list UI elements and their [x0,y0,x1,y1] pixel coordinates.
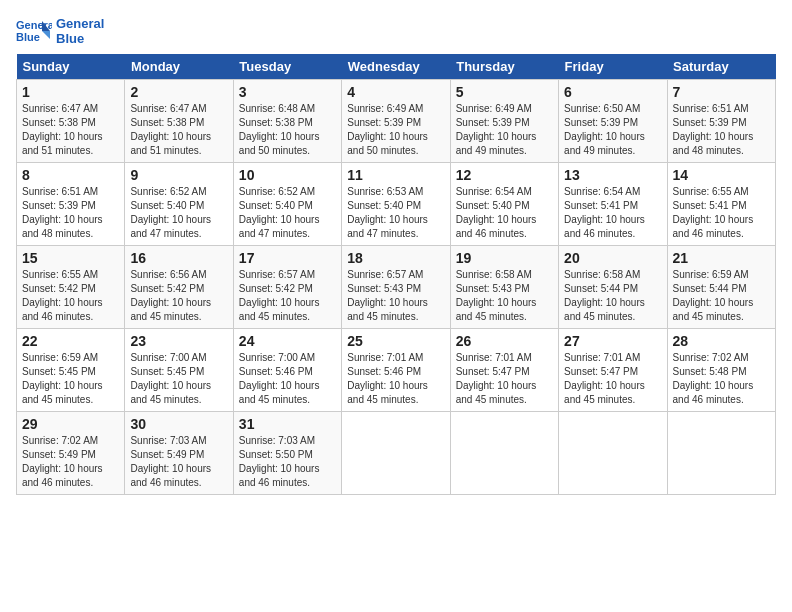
daylight-label: Daylight: 10 hours [347,380,428,391]
sunset-label: Sunset: 5:45 PM [22,366,96,377]
calendar-cell: 7 Sunrise: 6:51 AM Sunset: 5:39 PM Dayli… [667,80,775,163]
sunrise-label: Sunrise: 7:01 AM [347,352,423,363]
daylight-minutes: and 46 minutes. [564,228,635,239]
daylight-minutes: and 50 minutes. [347,145,418,156]
day-info: Sunrise: 6:57 AM Sunset: 5:42 PM Dayligh… [239,268,336,324]
daylight-label: Daylight: 10 hours [239,297,320,308]
day-info: Sunrise: 6:47 AM Sunset: 5:38 PM Dayligh… [130,102,227,158]
sunrise-label: Sunrise: 7:00 AM [130,352,206,363]
sunrise-label: Sunrise: 6:56 AM [130,269,206,280]
calendar-cell: 23 Sunrise: 7:00 AM Sunset: 5:45 PM Dayl… [125,329,233,412]
weekday-header: Monday [125,54,233,80]
calendar-cell: 21 Sunrise: 6:59 AM Sunset: 5:44 PM Dayl… [667,246,775,329]
day-info: Sunrise: 7:02 AM Sunset: 5:48 PM Dayligh… [673,351,770,407]
calendar-week-row: 22 Sunrise: 6:59 AM Sunset: 5:45 PM Dayl… [17,329,776,412]
day-info: Sunrise: 7:01 AM Sunset: 5:46 PM Dayligh… [347,351,444,407]
sunset-label: Sunset: 5:48 PM [673,366,747,377]
daylight-label: Daylight: 10 hours [130,380,211,391]
calendar-cell: 19 Sunrise: 6:58 AM Sunset: 5:43 PM Dayl… [450,246,558,329]
sunset-label: Sunset: 5:40 PM [347,200,421,211]
daylight-minutes: and 49 minutes. [456,145,527,156]
daylight-label: Daylight: 10 hours [347,297,428,308]
sunset-label: Sunset: 5:46 PM [239,366,313,377]
day-info: Sunrise: 6:52 AM Sunset: 5:40 PM Dayligh… [130,185,227,241]
day-number: 1 [22,84,119,100]
calendar-cell: 16 Sunrise: 6:56 AM Sunset: 5:42 PM Dayl… [125,246,233,329]
daylight-minutes: and 45 minutes. [347,311,418,322]
daylight-minutes: and 48 minutes. [673,145,744,156]
day-number: 25 [347,333,444,349]
weekday-header: Wednesday [342,54,450,80]
day-info: Sunrise: 7:03 AM Sunset: 5:49 PM Dayligh… [130,434,227,490]
day-number: 7 [673,84,770,100]
sunset-label: Sunset: 5:49 PM [130,449,204,460]
svg-marker-3 [42,31,50,39]
sunset-label: Sunset: 5:43 PM [347,283,421,294]
daylight-label: Daylight: 10 hours [564,131,645,142]
sunrise-label: Sunrise: 6:50 AM [564,103,640,114]
daylight-minutes: and 45 minutes. [456,394,527,405]
sunset-label: Sunset: 5:39 PM [564,117,638,128]
sunset-label: Sunset: 5:39 PM [22,200,96,211]
day-info: Sunrise: 6:55 AM Sunset: 5:41 PM Dayligh… [673,185,770,241]
calendar-cell [667,412,775,495]
daylight-minutes: and 51 minutes. [22,145,93,156]
calendar-week-row: 29 Sunrise: 7:02 AM Sunset: 5:49 PM Dayl… [17,412,776,495]
calendar-cell: 12 Sunrise: 6:54 AM Sunset: 5:40 PM Dayl… [450,163,558,246]
daylight-label: Daylight: 10 hours [456,214,537,225]
day-info: Sunrise: 6:56 AM Sunset: 5:42 PM Dayligh… [130,268,227,324]
day-info: Sunrise: 6:53 AM Sunset: 5:40 PM Dayligh… [347,185,444,241]
sunrise-label: Sunrise: 6:59 AM [673,269,749,280]
sunset-label: Sunset: 5:45 PM [130,366,204,377]
calendar-cell: 15 Sunrise: 6:55 AM Sunset: 5:42 PM Dayl… [17,246,125,329]
daylight-label: Daylight: 10 hours [130,214,211,225]
sunrise-label: Sunrise: 6:51 AM [22,186,98,197]
day-info: Sunrise: 6:48 AM Sunset: 5:38 PM Dayligh… [239,102,336,158]
page-header: General Blue GeneralBlue [16,16,776,46]
sunset-label: Sunset: 5:39 PM [673,117,747,128]
day-info: Sunrise: 6:57 AM Sunset: 5:43 PM Dayligh… [347,268,444,324]
day-number: 6 [564,84,661,100]
daylight-minutes: and 47 minutes. [130,228,201,239]
sunset-label: Sunset: 5:46 PM [347,366,421,377]
sunrise-label: Sunrise: 6:58 AM [456,269,532,280]
sunset-label: Sunset: 5:41 PM [673,200,747,211]
day-info: Sunrise: 6:54 AM Sunset: 5:40 PM Dayligh… [456,185,553,241]
day-info: Sunrise: 6:51 AM Sunset: 5:39 PM Dayligh… [22,185,119,241]
day-info: Sunrise: 6:47 AM Sunset: 5:38 PM Dayligh… [22,102,119,158]
day-number: 28 [673,333,770,349]
sunrise-label: Sunrise: 6:57 AM [347,269,423,280]
daylight-label: Daylight: 10 hours [456,297,537,308]
day-info: Sunrise: 6:58 AM Sunset: 5:44 PM Dayligh… [564,268,661,324]
calendar-cell: 29 Sunrise: 7:02 AM Sunset: 5:49 PM Dayl… [17,412,125,495]
day-info: Sunrise: 6:59 AM Sunset: 5:44 PM Dayligh… [673,268,770,324]
day-info: Sunrise: 6:50 AM Sunset: 5:39 PM Dayligh… [564,102,661,158]
day-number: 8 [22,167,119,183]
sunrise-label: Sunrise: 7:01 AM [564,352,640,363]
calendar-week-row: 8 Sunrise: 6:51 AM Sunset: 5:39 PM Dayli… [17,163,776,246]
daylight-label: Daylight: 10 hours [130,131,211,142]
day-number: 12 [456,167,553,183]
day-number: 22 [22,333,119,349]
sunrise-label: Sunrise: 6:55 AM [22,269,98,280]
sunset-label: Sunset: 5:38 PM [239,117,313,128]
calendar-cell: 25 Sunrise: 7:01 AM Sunset: 5:46 PM Dayl… [342,329,450,412]
daylight-label: Daylight: 10 hours [22,297,103,308]
sunset-label: Sunset: 5:38 PM [22,117,96,128]
day-number: 20 [564,250,661,266]
calendar-cell: 17 Sunrise: 6:57 AM Sunset: 5:42 PM Dayl… [233,246,341,329]
sunrise-label: Sunrise: 6:57 AM [239,269,315,280]
day-info: Sunrise: 7:01 AM Sunset: 5:47 PM Dayligh… [564,351,661,407]
daylight-label: Daylight: 10 hours [456,380,537,391]
calendar-cell: 5 Sunrise: 6:49 AM Sunset: 5:39 PM Dayli… [450,80,558,163]
calendar-cell: 24 Sunrise: 7:00 AM Sunset: 5:46 PM Dayl… [233,329,341,412]
day-number: 30 [130,416,227,432]
sunset-label: Sunset: 5:50 PM [239,449,313,460]
day-info: Sunrise: 6:49 AM Sunset: 5:39 PM Dayligh… [456,102,553,158]
daylight-label: Daylight: 10 hours [22,214,103,225]
daylight-label: Daylight: 10 hours [239,214,320,225]
sunrise-label: Sunrise: 7:02 AM [673,352,749,363]
weekday-header: Thursday [450,54,558,80]
day-info: Sunrise: 6:59 AM Sunset: 5:45 PM Dayligh… [22,351,119,407]
sunrise-label: Sunrise: 7:03 AM [239,435,315,446]
